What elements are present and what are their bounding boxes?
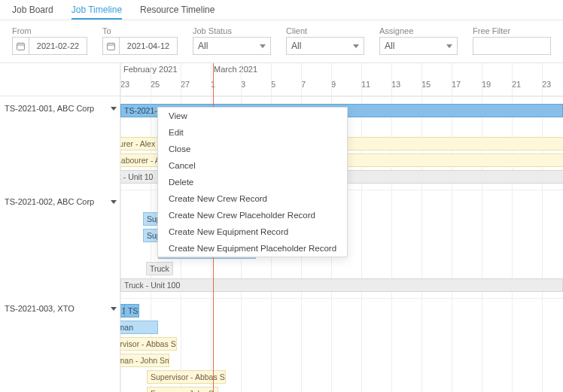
from-label: From [12, 26, 87, 35]
free-filter-label: Free Filter [473, 26, 551, 35]
context-menu: View Edit Close Cancel Delete Create New… [157, 107, 348, 257]
day-label: 17 [452, 80, 482, 96]
calendar-icon[interactable] [103, 38, 120, 54]
from-date-value: 2021-02-22 [29, 41, 87, 50]
chevron-down-icon[interactable] [111, 107, 117, 111]
client-label: Client [286, 26, 364, 35]
day-label: 5 [271, 80, 301, 96]
status-value: All [198, 41, 208, 51]
status-label: Job Status [193, 26, 271, 35]
status-select[interactable]: All [193, 37, 271, 55]
calendar-icon[interactable] [13, 38, 29, 54]
job-row-header[interactable]: TS-2021-001, ABC Corp [5, 104, 117, 113]
day-label: 25 [151, 80, 181, 96]
menu-create-crew[interactable]: Create New Crew Record [158, 190, 347, 207]
chevron-down-icon[interactable] [111, 307, 117, 311]
job-summary-bar[interactable]: TS- [124, 304, 139, 318]
day-label: 27 [181, 80, 211, 96]
menu-edit[interactable]: Edit [158, 124, 347, 141]
day-label: 19 [482, 80, 512, 96]
timeline-header: February 2021 March 2021 23 25 27 1 3 5 … [120, 63, 563, 96]
menu-cancel[interactable]: Cancel [158, 157, 347, 174]
task-bar[interactable]: Foreman - John Smith [120, 354, 169, 367]
to-date-input[interactable]: 2021-04-12 [102, 37, 178, 55]
task-bar[interactable]: Supervisor - Abbas Sarraf [120, 337, 177, 351]
day-label: 15 [421, 80, 452, 96]
menu-delete[interactable]: Delete [158, 174, 347, 190]
free-filter-input[interactable] [473, 37, 551, 55]
chevron-down-icon[interactable] [111, 200, 117, 204]
task-bar[interactable]: Truck - Unit 100 [120, 278, 563, 292]
tab-resource-timeline[interactable]: Resource Timeline [140, 5, 215, 20]
menu-create-crew-ph[interactable]: Create New Crew Placeholder Record [158, 207, 347, 223]
menu-close[interactable]: Close [158, 141, 347, 157]
day-label: 3 [241, 80, 271, 96]
task-bar[interactable]: Supervisor - Abbas Sarraf [147, 370, 226, 384]
tab-job-board[interactable]: Job Board [12, 5, 53, 20]
day-label: 23 [542, 80, 563, 96]
timeline: February 2021 March 2021 23 25 27 1 3 5 … [120, 63, 563, 392]
to-date-value: 2021-04-12 [120, 41, 177, 50]
job-row-header[interactable]: TS-2021-002, ABC Corp [5, 197, 117, 206]
day-label: 21 [512, 80, 542, 96]
day-label: 13 [391, 80, 421, 96]
svg-rect-0 [17, 43, 25, 50]
menu-create-equip[interactable]: Create New Equipment Record [158, 223, 347, 240]
chevron-down-icon [446, 44, 452, 48]
day-label: 7 [301, 80, 331, 96]
chevron-down-icon [260, 44, 266, 48]
day-label: 9 [331, 80, 361, 96]
filter-bar: From 2021-02-22 To 2021-04-12 Job Status… [0, 20, 563, 62]
job-row-label: TS-2021-003, XTO [5, 304, 75, 313]
day-label: 11 [361, 80, 391, 96]
month-label: March 2021 [211, 65, 563, 77]
job-row-label: TS-2021-001, ABC Corp [5, 104, 94, 113]
client-value: All [291, 41, 301, 51]
task-bar[interactable]: Truck [146, 262, 173, 275]
menu-create-equip-ph[interactable]: Create New Equipment Placeholder Record [158, 240, 347, 257]
job-row-label: TS-2021-002, ABC Corp [5, 197, 94, 206]
job-row-header[interactable]: TS-2021-003, XTO [5, 304, 117, 313]
client-select[interactable]: All [286, 37, 364, 55]
assignee-select[interactable]: All [379, 37, 458, 55]
from-date-input[interactable]: 2021-02-22 [12, 37, 87, 55]
month-label: February 2021 [120, 65, 211, 77]
day-label: 23 [120, 80, 151, 96]
to-label: To [102, 26, 178, 35]
svg-rect-1 [108, 43, 115, 50]
chevron-down-icon [353, 44, 359, 48]
menu-view[interactable]: View [158, 108, 347, 124]
task-bar[interactable]: Foreman - John Smith [147, 387, 218, 392]
tabstrip: Job Board Job Timeline Resource Timeline [0, 0, 563, 20]
assignee-label: Assignee [379, 26, 458, 35]
tab-job-timeline[interactable]: Job Timeline [72, 5, 122, 20]
day-label: 1 [211, 80, 241, 96]
task-bar[interactable]: Foreman [120, 321, 158, 334]
job-list: TS-2021-001, ABC Corp TS-2021-002, ABC C… [0, 63, 120, 392]
assignee-value: All [385, 41, 394, 51]
